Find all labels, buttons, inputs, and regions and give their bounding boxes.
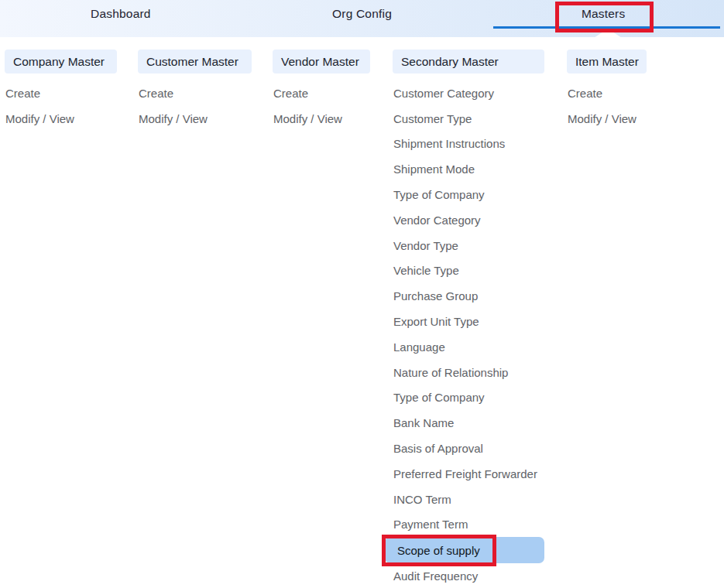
tab-dashboard[interactable]: Dashboard: [0, 0, 242, 37]
column-header-company-master: Company Master: [5, 50, 117, 74]
menu-item-shipment-instructions[interactable]: Shipment Instructions: [393, 132, 544, 157]
menu-item-type-of-company[interactable]: Type of Company: [393, 182, 544, 207]
menu-item-language[interactable]: Language: [393, 334, 544, 360]
menu-item-inco-term[interactable]: INCO Term: [393, 487, 544, 512]
menu-item-export-unit-type[interactable]: Export Unit Type: [393, 309, 544, 334]
menu-item-bank-name[interactable]: Bank Name: [393, 410, 544, 436]
menu-column-secondary-master: Secondary MasterCustomer CategoryCustome…: [393, 50, 544, 588]
masters-mega-menu: Company MasterCreateModify / ViewCustome…: [0, 37, 724, 588]
menu-item-vehicle-type[interactable]: Vehicle Type: [393, 258, 544, 284]
menu-item-modify-view[interactable]: Modify / View: [273, 106, 370, 132]
column-header-vendor-master: Vendor Master: [273, 50, 370, 74]
menu-item-vendor-type[interactable]: Vendor Type: [393, 233, 544, 258]
menu-item-modify-view[interactable]: Modify / View: [5, 106, 117, 132]
menu-column-vendor-master: Vendor MasterCreateModify / View: [273, 50, 370, 132]
menu-item-create[interactable]: Create: [567, 80, 647, 106]
menu-item-preferred-freight-forwarder[interactable]: Preferred Freight Forwarder: [393, 461, 544, 487]
menu-item-create[interactable]: Create: [138, 80, 252, 106]
menu-item-nature-of-relationship[interactable]: Nature of Relationship: [393, 360, 544, 385]
menu-column-customer-master: Customer MasterCreateModify / View: [138, 50, 252, 132]
menu-item-create[interactable]: Create: [273, 80, 370, 106]
menu-item-scope-of-supply[interactable]: Scope of supply: [385, 537, 544, 563]
menu-item-basis-of-approval[interactable]: Basis of Approval: [393, 436, 544, 461]
menu-item-modify-view[interactable]: Modify / View: [138, 106, 252, 132]
top-navigation: Dashboard Org Config Masters: [0, 0, 724, 37]
menu-item-shipment-mode[interactable]: Shipment Mode: [393, 156, 544, 182]
menu-item-modify-view[interactable]: Modify / View: [567, 106, 647, 132]
menu-item-type-of-company[interactable]: Type of Company: [393, 385, 544, 411]
menu-column-company-master: Company MasterCreateModify / View: [5, 50, 117, 132]
menu-item-customer-type[interactable]: Customer Type: [393, 106, 544, 132]
menu-item-audit-frequency[interactable]: Audit Frequency: [393, 563, 544, 588]
menu-item-payment-term[interactable]: Payment Term: [393, 512, 544, 538]
column-header-item-master: Item Master: [567, 50, 647, 74]
menu-item-vendor-category[interactable]: Vendor Category: [393, 207, 544, 233]
menu-item-customer-category[interactable]: Customer Category: [393, 80, 544, 106]
column-header-customer-master: Customer Master: [138, 50, 252, 74]
menu-item-purchase-group[interactable]: Purchase Group: [393, 283, 544, 309]
tab-org-config[interactable]: Org Config: [242, 0, 483, 37]
menu-item-create[interactable]: Create: [5, 80, 117, 106]
column-header-secondary-master: Secondary Master: [393, 50, 544, 74]
menu-column-item-master: Item MasterCreateModify / View: [567, 50, 647, 132]
